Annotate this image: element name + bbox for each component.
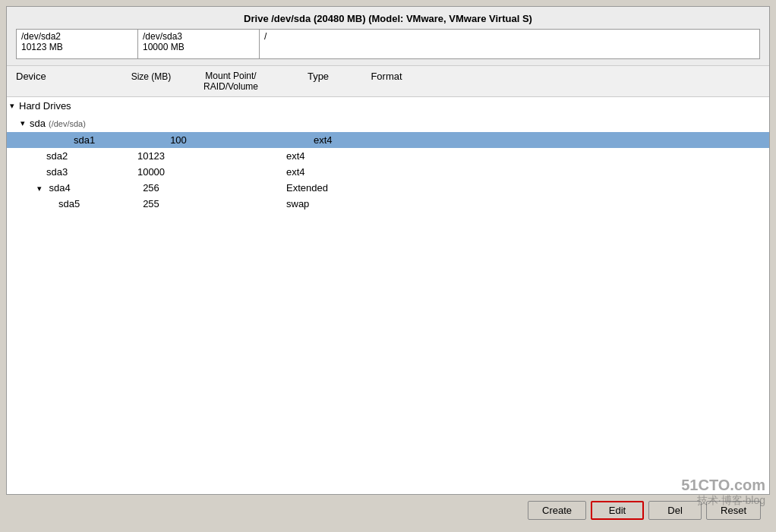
sda2-size: 10123	[121, 150, 181, 162]
table-row-sda1[interactable]: sda1 100 ext4	[7, 132, 769, 148]
watermark-sub: 技术·博客·blog	[697, 494, 765, 508]
sda2-device: sda2	[7, 150, 121, 162]
button-bar: Create Edit Del Reset	[6, 495, 770, 526]
table-row-sda5[interactable]: sda5 255 swap	[7, 196, 769, 212]
sda-label: sda	[30, 118, 46, 129]
partition-sda3-size: 10000 MB	[143, 42, 254, 52]
main-container: Drive /dev/sda (20480 MB) (Model: VMware…	[0, 0, 776, 532]
delete-button[interactable]: Del	[648, 501, 702, 520]
content-area: Drive /dev/sda (20480 MB) (Model: VMware…	[6, 6, 770, 495]
table-row-sda2[interactable]: sda2 10123 ext4	[7, 148, 769, 164]
sda3-device: sda3	[7, 166, 121, 178]
col-header-format: Format	[356, 71, 417, 92]
triangle-sda4[interactable]: ▾	[37, 184, 46, 194]
partition-sda2-name: /dev/sda2	[21, 31, 133, 42]
edit-button[interactable]: Edit	[591, 501, 644, 520]
col-header-type: Type	[280, 71, 356, 92]
section-sda[interactable]: ▾ sda (/dev/sda)	[7, 115, 769, 132]
triangle-hard-drives[interactable]: ▾	[10, 101, 19, 111]
sda2-type: ext4	[280, 150, 356, 162]
partition-sda3: /dev/sda3 10000 MB	[138, 30, 260, 58]
drive-partitions: /dev/sda2 10123 MB /dev/sda3 10000 MB /	[16, 29, 760, 59]
section-hard-drives-label: Hard Drives	[19, 100, 71, 112]
table-header: Device Size (MB) Mount Point/RAID/Volume…	[7, 66, 769, 97]
sda5-size: 255	[121, 198, 181, 209]
drive-info: Drive /dev/sda (20480 MB) (Model: VMware…	[7, 7, 769, 66]
triangle-sda[interactable]: ▾	[21, 118, 30, 128]
table-row-sda4[interactable]: ▾ sda4 256 Extended	[7, 180, 769, 196]
partition-sda2: /dev/sda2 10123 MB	[17, 30, 138, 58]
sda4-type: Extended	[280, 182, 356, 194]
col-header-mount: Mount Point/RAID/Volume	[181, 71, 280, 92]
sda1-type: ext4	[308, 134, 383, 146]
table-body: ▾ Hard Drives ▾ sda (/dev/sda) sda1 100 …	[7, 97, 769, 494]
col-header-device: Device	[7, 71, 121, 92]
col-header-size: Size (MB)	[121, 71, 181, 92]
sda3-type: ext4	[280, 166, 356, 178]
sda5-type: swap	[280, 198, 356, 209]
section-hard-drives[interactable]: ▾ Hard Drives	[7, 97, 769, 115]
sda1-size: 100	[148, 134, 209, 146]
create-button[interactable]: Create	[528, 501, 586, 520]
partition-sda3-name: /dev/sda3	[143, 31, 254, 42]
sda3-size: 10000	[121, 166, 181, 178]
watermark: 51CTO.com	[681, 477, 765, 494]
partition-rest-name: /	[264, 31, 755, 42]
partition-rest: /	[260, 30, 759, 58]
sda-sub-label: (/dev/sda)	[49, 119, 86, 128]
table-row-sda3[interactable]: sda3 10000 ext4	[7, 164, 769, 180]
sda5-device: sda5	[7, 198, 121, 209]
sda4-size: 256	[121, 182, 181, 194]
sda4-device: ▾ sda4	[7, 182, 121, 194]
sda1-device: sda1	[34, 134, 148, 146]
drive-title: Drive /dev/sda (20480 MB) (Model: VMware…	[16, 13, 760, 24]
partition-sda2-size: 10123 MB	[21, 42, 133, 52]
